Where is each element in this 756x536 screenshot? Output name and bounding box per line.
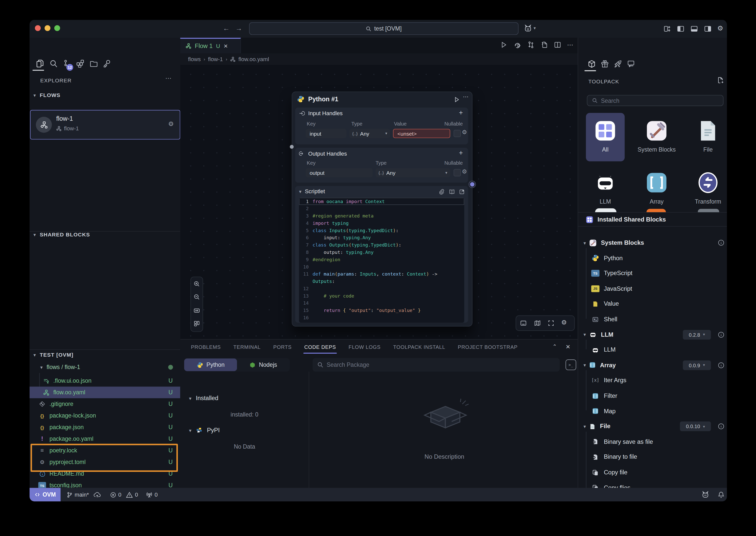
info-icon[interactable]: [718, 423, 724, 430]
lang-tab-nodejs[interactable]: Nodejs: [237, 358, 290, 371]
zoom-in-icon[interactable]: [193, 281, 200, 287]
version-select[interactable]: 0.0.10▾: [680, 421, 711, 431]
version-select[interactable]: 0.2.8▾: [683, 330, 711, 339]
code-line[interactable]: 1from oocana import Context: [299, 198, 464, 205]
nav-forward-icon[interactable]: →: [235, 24, 242, 32]
editor-more-icon[interactable]: ⋯: [567, 41, 573, 49]
panel-tab-toolpack-install[interactable]: TOOLPACK INSTALL: [393, 344, 445, 350]
tab-close-icon[interactable]: ✕: [223, 43, 228, 49]
block-item-binary-save-as-file[interactable]: Binary save as file: [578, 435, 727, 448]
block-item-iter-args[interactable]: [x]Iter Args: [578, 374, 727, 387]
toggle-panel-icon[interactable]: [520, 320, 527, 327]
block-item-map[interactable]: Map: [578, 405, 727, 418]
activitybar-files-icon[interactable]: [35, 59, 45, 70]
info-icon[interactable]: [718, 239, 724, 246]
lang-tab-python[interactable]: Python: [184, 358, 237, 371]
input-port[interactable]: [290, 145, 293, 149]
installed-group-header[interactable]: ▾ Installed: [189, 395, 218, 402]
scriptlet-code-editor[interactable]: 1from oocana import Context23#region gen…: [299, 198, 464, 323]
assistant-dropdown-chevron-icon[interactable]: ▾: [533, 26, 536, 31]
assistant-rabbit-icon[interactable]: [524, 24, 532, 34]
activitybar-folder-icon[interactable]: [89, 59, 98, 70]
block-item-javascript[interactable]: JSJavaScript: [578, 283, 727, 295]
input-row-gear-icon[interactable]: ⚙: [462, 129, 467, 136]
panel-tab-flow-logs[interactable]: FLOW LOGS: [349, 344, 381, 350]
tree-row-package.json[interactable]: {}package.jsonU: [30, 421, 180, 433]
output-nullable-checkbox[interactable]: [454, 169, 461, 176]
version-select[interactable]: 0.0.9▾: [683, 360, 711, 370]
code-line[interactable]: 3#region generated meta: [299, 212, 464, 219]
remote-indicator[interactable]: OVM: [30, 488, 61, 501]
open-external-icon[interactable]: [459, 189, 465, 195]
nav-back-icon[interactable]: ←: [223, 24, 230, 32]
gift-icon[interactable]: [601, 60, 609, 68]
attach-icon[interactable]: [439, 189, 444, 195]
toggle-bottom-panel-icon[interactable]: [691, 25, 698, 34]
block-section-file[interactable]: ▾File0.0.10▾: [578, 420, 727, 433]
code-line[interactable]: 16: [299, 314, 464, 321]
minimap-icon[interactable]: [534, 320, 541, 327]
block-item-copy-file[interactable]: Copy file: [578, 466, 727, 479]
project-section-header[interactable]: ▾ TEST [OVM]: [33, 352, 73, 357]
flow-canvas[interactable]: Python #1 ⋯ Input Handles + Key Type Val…: [180, 65, 578, 339]
panel-tab-problems[interactable]: PROBLEMS: [191, 344, 221, 350]
info-icon[interactable]: [718, 362, 724, 369]
open-terminal-icon[interactable]: >_: [566, 359, 576, 370]
auto-layout-icon[interactable]: [193, 320, 200, 327]
tree-row-package-lock.json[interactable]: {}package-lock.jsonU: [30, 410, 180, 421]
minimize-window-button[interactable]: [45, 25, 50, 31]
block-item-llm[interactable]: LLM: [578, 344, 727, 356]
tree-row-.gitignore[interactable]: .gitignoreU: [30, 398, 180, 410]
node-more-icon[interactable]: ⋯: [463, 93, 469, 100]
package-search-input[interactable]: Search Package: [313, 358, 560, 372]
code-line[interactable]: 9#endregion: [299, 256, 464, 263]
layout-customize-icon[interactable]: [664, 25, 671, 34]
breadcrumb[interactable]: flows › flow-1 › flow.oo.yaml: [180, 53, 578, 65]
tab-flow-1[interactable]: Flow 1 U ✕: [180, 38, 241, 53]
block-item-value[interactable]: Value: [578, 298, 727, 310]
output-row-gear-icon[interactable]: ⚙: [462, 168, 467, 175]
git-branch-item[interactable]: main*: [66, 488, 101, 501]
node-python-1[interactable]: Python #1 ⋯ Input Handles + Key Type Val…: [292, 91, 472, 326]
code-line[interactable]: 12: [299, 285, 464, 292]
breadcrumb-flows[interactable]: flows: [188, 56, 201, 62]
block-section-llm[interactable]: ▾LLM0.2.8▾: [578, 328, 727, 341]
tree-folder-flows-flow-1[interactable]: ▾ flows / flow-1: [30, 361, 180, 373]
toolpack-card-all[interactable]: All: [586, 113, 625, 161]
tree-row-.flow.ui.oo.json[interactable]: .flow.ui.oo.jsonU: [30, 375, 180, 386]
toolbox-package-icon[interactable]: [587, 60, 596, 68]
block-item-python[interactable]: Python: [578, 252, 727, 264]
toolpack-search-input[interactable]: Search: [587, 95, 724, 106]
canvas-settings-gear-icon[interactable]: ⚙: [561, 319, 567, 326]
new-toolpack-file-icon[interactable]: [717, 77, 724, 84]
activitybar-search-icon[interactable]: [49, 59, 58, 70]
output-port[interactable]: [470, 182, 474, 186]
breadcrumb-flow-1[interactable]: flow-1: [208, 56, 223, 62]
code-line[interactable]: 4import typing: [299, 219, 464, 227]
panel-tab-ports[interactable]: PORTS: [273, 344, 292, 350]
code-line[interactable]: 15 return { "output": "output_value" }: [299, 307, 464, 314]
zoom-out-icon[interactable]: [193, 293, 200, 300]
code-line[interactable]: 10: [299, 263, 464, 270]
code-line[interactable]: 8 output: typing.Any: [299, 249, 464, 256]
block-section-array[interactable]: ▾Array0.0.9▾: [578, 359, 727, 372]
compare-changes-icon[interactable]: [527, 41, 535, 50]
node-run-icon[interactable]: [454, 96, 460, 105]
panel-tab-terminal[interactable]: TERMINAL: [233, 344, 261, 350]
rerun-icon[interactable]: [514, 41, 522, 50]
output-key-field[interactable]: output: [306, 168, 373, 177]
fullscreen-icon[interactable]: [548, 320, 554, 327]
code-line[interactable]: 11def main(params: Inputs, context: Cont…: [299, 270, 464, 278]
info-icon[interactable]: [718, 331, 724, 338]
toggle-right-sidebar-icon[interactable]: [704, 25, 711, 34]
flows-section-header[interactable]: ▾ FLOWS: [33, 92, 60, 98]
toolpack-card-system-blocks[interactable]: System Blocks: [637, 113, 676, 161]
code-line[interactable]: 5class Inputs(typing.TypedDict):: [299, 227, 464, 234]
block-item-shell[interactable]: Shell: [578, 313, 727, 325]
input-type-select[interactable]: {..} Any ▾: [350, 129, 390, 138]
tree-row-package.oo.yaml[interactable]: !package.oo.yamlU: [30, 433, 180, 445]
toolpack-card-llm[interactable]: LLM: [586, 165, 625, 213]
tree-row-flow.oo.yaml[interactable]: flow.oo.yamlU: [30, 387, 180, 398]
command-center-search[interactable]: test [OVM]: [249, 22, 519, 35]
block-item-typescript[interactable]: TSTypeScript: [578, 267, 727, 280]
